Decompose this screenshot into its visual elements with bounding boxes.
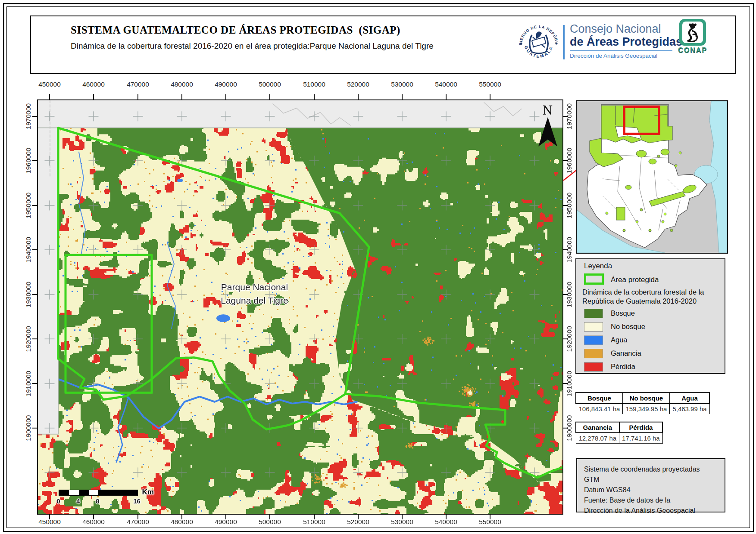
legend-label: Pérdida — [611, 363, 635, 371]
y-tick-left — [32, 294, 37, 295]
stat-value: 5,463.99 ha — [670, 404, 709, 414]
stat-header: Bosque — [576, 393, 623, 404]
metadata-line: GTM — [584, 475, 725, 485]
y-tick-right — [563, 428, 568, 428]
north-arrow: N — [533, 104, 563, 151]
org-name-line3: Dirección de Análisis Geoespacial — [570, 53, 657, 59]
x-tick-bottom — [49, 514, 50, 519]
legend-title: Leyenda — [584, 262, 612, 270]
y-tick-left — [32, 428, 37, 428]
y-tick-left — [32, 116, 37, 117]
scale-bar-segment — [59, 490, 69, 495]
legend: Leyenda Área protegida Dinámica de la co… — [575, 258, 725, 374]
y-axis-label-left: 1900000 — [25, 415, 32, 441]
page-title: SISTEMA GUATEMALTECO DE ÁREAS PROTEGIDAS… — [71, 24, 400, 36]
stat-value: 17,741.16 ha — [619, 433, 663, 444]
x-axis-label-top: 450000 — [38, 81, 61, 88]
legend-swatch-0 — [584, 309, 603, 318]
y-tick-right — [563, 205, 568, 206]
stat-value: 106,843.41 ha — [576, 404, 623, 414]
x-axis-label-top: 510000 — [303, 81, 325, 88]
change-stats-table: GananciaPérdida12,278.07 ha17,741.16 ha — [575, 422, 663, 444]
conap-wordmark: CONAP — [678, 47, 708, 54]
coordinate-system-box: Sistema de coordenadas proyectadasGTMDat… — [576, 458, 725, 512]
x-tick-top — [137, 94, 138, 99]
scale-bar-number: 0 — [56, 497, 60, 505]
org-name-line2: de Áreas Protegidas — [570, 35, 682, 49]
main-map: Parque Nacional Laguna del Tigre N 04816… — [37, 99, 563, 515]
y-tick-right — [563, 383, 568, 384]
x-tick-bottom — [93, 514, 94, 519]
x-tick-top — [49, 94, 50, 99]
conap-logo — [679, 19, 706, 46]
scale-bar-number: 4 — [76, 497, 80, 505]
x-tick-bottom — [137, 514, 138, 519]
stat-value: 159,349.95 ha — [623, 404, 670, 414]
stat-header: Ganancia — [576, 422, 619, 433]
y-tick-left — [32, 383, 37, 384]
scale-bar-segment — [98, 490, 137, 495]
x-tick-bottom — [446, 514, 447, 519]
x-tick-bottom — [490, 514, 490, 519]
x-axis-label-top: 470000 — [127, 81, 149, 88]
scale-bar-segment — [69, 490, 79, 495]
x-axis-label-top: 520000 — [347, 81, 369, 88]
legend-item: Ganancia — [576, 349, 725, 360]
y-tick-left — [32, 338, 37, 339]
north-arrow-icon — [536, 117, 560, 148]
page: SISTEMA GUATEMALTECO DE ÁREAS PROTEGIDAS… — [0, 0, 756, 534]
x-tick-top — [93, 94, 94, 99]
y-tick-left — [32, 205, 37, 206]
legend-swatch-1 — [584, 322, 603, 332]
scale-bar-unit: Km — [142, 488, 154, 497]
legend-swatch-4 — [584, 362, 603, 372]
x-tick-top — [314, 94, 315, 99]
x-axis-label-top: 460000 — [82, 81, 105, 88]
x-tick-top — [446, 94, 447, 99]
legend-item: No bosque — [576, 322, 725, 333]
y-tick-right — [563, 338, 568, 339]
x-axis-label-top: 480000 — [171, 81, 193, 88]
legend-dataset-title: Dinámica de la cobertura forestal de la … — [582, 288, 723, 306]
metadata-line: Sistema de coordenadas proyectadas — [584, 464, 725, 475]
x-axis-label-top: 490000 — [215, 81, 237, 88]
logo-separator — [563, 25, 565, 59]
stat-value: 12,278.07 ha — [576, 433, 619, 444]
y-axis-label-left: 1960000 — [25, 148, 32, 174]
park-label: Parque Nacional Laguna del Tigre — [205, 280, 304, 307]
y-axis-label-left: 1910000 — [25, 371, 32, 397]
legend-label: Ganancia — [611, 349, 641, 357]
legend-label: Agua — [611, 336, 628, 344]
guatemala-inset — [577, 101, 727, 253]
x-tick-top — [225, 94, 226, 99]
x-tick-bottom — [402, 514, 403, 519]
inset-locator-map — [576, 100, 728, 254]
scale-bar: 04816 Km — [55, 485, 172, 508]
metadata-line: Dirección de la Análisis Geoespacial — [584, 506, 725, 516]
scale-bar-segment — [79, 490, 89, 495]
x-tick-top — [181, 94, 182, 99]
stat-header: No bosque — [623, 393, 670, 404]
x-axis-label-top: 540000 — [435, 81, 457, 88]
y-axis-label-left: 1950000 — [25, 192, 32, 218]
legend-item: Bosque — [576, 309, 725, 320]
area-protegida-label: Área protegida — [611, 276, 659, 284]
x-tick-top — [402, 94, 403, 99]
forest-cover-raster — [38, 100, 562, 514]
area-stats-table: BosqueNo bosqueAgua106,843.41 ha159,349.… — [575, 392, 710, 414]
y-tick-right — [563, 116, 568, 117]
y-tick-left — [32, 160, 37, 161]
x-tick-top — [269, 94, 270, 99]
x-tick-bottom — [358, 514, 359, 519]
x-axis-label-top: 530000 — [391, 81, 413, 88]
conap-monkey-icon — [682, 22, 703, 43]
area-protegida-swatch — [584, 273, 604, 285]
y-axis-label-left: 1920000 — [25, 326, 32, 352]
metadata-line: Fuente: Base de datos de la — [584, 495, 725, 506]
y-axis-label-left: 1940000 — [25, 237, 32, 263]
y-tick-right — [563, 294, 568, 295]
legend-swatch-2 — [584, 335, 603, 345]
x-tick-bottom — [181, 514, 182, 519]
x-tick-top — [490, 94, 490, 99]
scale-bar-number: 8 — [96, 497, 99, 505]
